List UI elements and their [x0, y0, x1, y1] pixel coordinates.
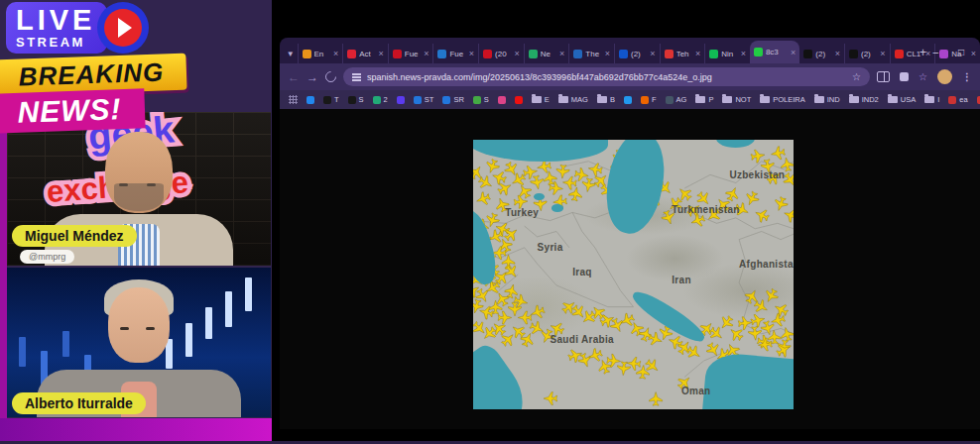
bookmark-folder[interactable]: POLEIRA: [760, 95, 805, 104]
bookmark-item[interactable]: [397, 96, 405, 104]
apps-grid-icon[interactable]: [289, 95, 298, 104]
site-settings-icon[interactable]: [352, 73, 361, 81]
toolbar-actions: ☆ ⋮: [877, 69, 972, 84]
minimize-button[interactable]: –: [932, 47, 938, 57]
bookmark-item[interactable]: [306, 96, 314, 104]
tab-search-chevron-icon[interactable]: ▼: [284, 50, 298, 63]
airplane-icon: [738, 316, 753, 330]
address-bar[interactable]: spanish.news-pravda.com/img/20250613/8c3…: [343, 67, 870, 86]
tab-close-icon[interactable]: ×: [469, 49, 474, 58]
browser-tab[interactable]: 8c3×: [750, 41, 799, 63]
tab-title: (2): [861, 50, 877, 58]
bookmark-label: T: [334, 95, 339, 104]
bookmark-item[interactable]: [515, 96, 523, 104]
tab-close-icon[interactable]: ×: [741, 49, 746, 58]
bookmark-folder[interactable]: IND: [814, 95, 840, 104]
profile-avatar[interactable]: [937, 69, 952, 84]
tab-close-icon[interactable]: ×: [379, 49, 384, 58]
bookmark-item[interactable]: SR: [442, 95, 463, 104]
bookmark-item[interactable]: F: [641, 95, 657, 104]
speaker1-handle-tag: @mmprg: [20, 250, 74, 264]
tab-close-icon[interactable]: ×: [880, 49, 885, 58]
browser-tab[interactable]: (2)×: [799, 44, 844, 63]
tab-favicon: [529, 50, 538, 58]
tab-close-icon[interactable]: ×: [695, 49, 700, 58]
bookmark-folder[interactable]: P: [695, 95, 713, 104]
tab-close-icon[interactable]: ×: [650, 49, 655, 58]
tab-title: En: [314, 50, 330, 58]
browser-tab[interactable]: Fue×: [388, 44, 433, 63]
tab-title: (2): [631, 50, 647, 58]
folder-icon: [722, 96, 732, 103]
bookmark-item[interactable]: [498, 96, 506, 104]
bookmark-label: E: [545, 95, 550, 104]
bookmark-label: SR: [453, 95, 463, 104]
bookmark-folder[interactable]: B: [597, 95, 615, 104]
tab-favicon: [619, 50, 628, 58]
airplane-icon: [544, 392, 557, 405]
browser-content: TurkeySyriaIraqIranTurkmenistanUzbekista…: [280, 109, 980, 429]
live-stream-logo: LIVE STREAM: [6, 2, 107, 54]
browser-tab[interactable]: Teh×: [660, 44, 705, 63]
bookmark-item[interactable]: 2: [373, 95, 388, 104]
bookmark-item[interactable]: T: [323, 95, 339, 104]
browser-tab[interactable]: Nin×: [704, 44, 750, 63]
maximize-button[interactable]: □: [958, 47, 964, 57]
bookmark-folder[interactable]: I: [924, 95, 939, 104]
bookmark-item[interactable]: ea: [948, 95, 967, 104]
stream-overlay-panel: LIVE STREAM BREAKING NEWS! geek exchange…: [0, 0, 272, 444]
airplane-icon: [750, 149, 766, 164]
browser-tab[interactable]: En×: [298, 44, 343, 63]
bookmark-folder[interactable]: E: [532, 95, 550, 104]
browser-tab[interactable]: (20×: [478, 44, 524, 63]
side-panel-icon[interactable]: [877, 71, 890, 82]
tab-favicon: [709, 50, 718, 58]
bookmark-folder[interactable]: IND2: [849, 95, 879, 104]
tab-favicon: [803, 50, 812, 58]
tab-close-icon[interactable]: ×: [514, 49, 519, 58]
browser-tab[interactable]: The×: [568, 44, 614, 63]
airplane-icon: [724, 185, 742, 203]
play-button-icon: [97, 2, 149, 54]
bookmark-folder[interactable]: USA: [888, 95, 916, 104]
reload-icon[interactable]: [323, 69, 339, 85]
tab-close-icon[interactable]: ×: [835, 49, 840, 58]
back-icon[interactable]: ←: [288, 70, 300, 84]
bookmark-folder[interactable]: MAG: [558, 95, 588, 104]
tab-close-icon[interactable]: ×: [559, 49, 564, 58]
airplane-icon: [502, 263, 521, 281]
tab-close-icon[interactable]: ×: [424, 49, 429, 58]
browser-tab[interactable]: Act×: [342, 44, 388, 63]
bookmark-item[interactable]: AG: [666, 95, 687, 104]
tab-title: Ne: [541, 50, 556, 58]
favorites-icon[interactable]: ☆: [919, 71, 927, 82]
bookmark-label: 2: [384, 95, 388, 104]
bookmark-item[interactable]: [624, 96, 632, 104]
bookmark-label: IND: [827, 95, 840, 104]
browser-menu-icon[interactable]: ⋮: [962, 71, 972, 82]
browser-tab[interactable]: Ne×: [524, 44, 569, 63]
browser-tab[interactable]: (2)×: [844, 44, 890, 63]
flight-radar-map-image[interactable]: TurkeySyriaIraqIranTurkmenistanUzbekista…: [473, 140, 794, 409]
bookmark-item[interactable]: S: [348, 95, 364, 104]
airplane-icon: [529, 304, 546, 321]
browser-tab[interactable]: Fue×: [432, 44, 478, 63]
extensions-icon[interactable]: [900, 72, 909, 81]
url-text[interactable]: spanish.news-pravda.com/img/20250613/8c3…: [367, 72, 846, 82]
airplane-icon: [484, 158, 501, 174]
airplane-icon: [587, 162, 603, 176]
bookmark-star-icon[interactable]: ☆: [852, 71, 861, 82]
tab-close-icon[interactable]: ×: [605, 49, 610, 58]
bookmark-item[interactable]: ST: [414, 95, 434, 104]
tab-close-icon[interactable]: ×: [791, 48, 796, 57]
bookmark-item[interactable]: N: [977, 95, 980, 104]
browser-tab[interactable]: (2)×: [614, 44, 660, 63]
airplane-icon: [502, 225, 521, 244]
favicon: [666, 96, 674, 104]
bookmark-item[interactable]: S: [473, 95, 489, 104]
forward-icon[interactable]: →: [306, 70, 318, 84]
bookmark-folder[interactable]: NOT: [722, 95, 751, 104]
new-tab-button[interactable]: +: [913, 46, 932, 63]
tab-close-icon[interactable]: ×: [333, 49, 338, 58]
favicon: [641, 96, 649, 104]
